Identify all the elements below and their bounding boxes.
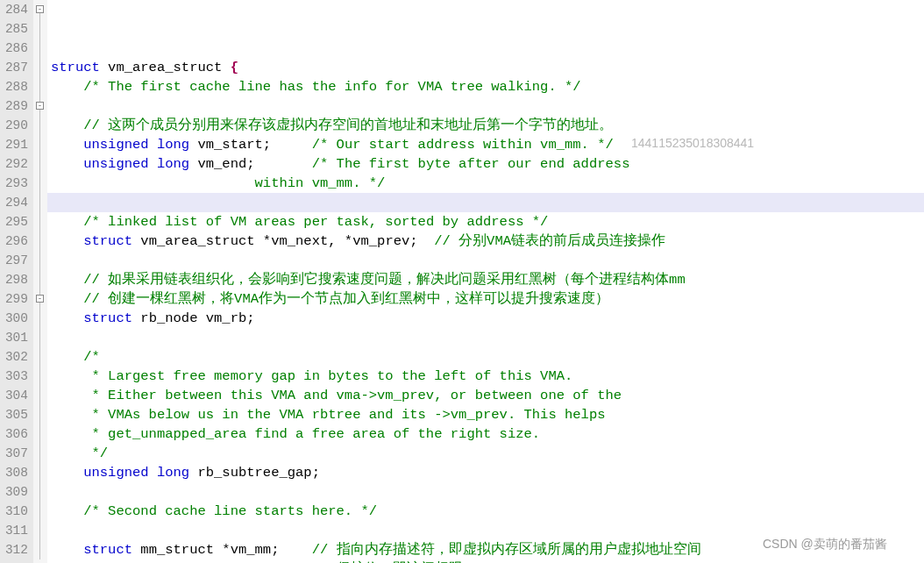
code-line[interactable]: // 创建一棵红黑树，将VMA作为一个节点加入到红黑树中，这样可以提升搜索速度）: [51, 289, 924, 309]
line-number-gutter: 2842852862872882892902912922932942952962…: [0, 0, 33, 563]
line-number: 289: [0, 96, 28, 116]
line-number: 312: [0, 540, 28, 559]
code-line[interactable]: // 这两个成员分别用来保存该虚拟内存空间的首地址和末地址后第一个字节的地址。: [51, 116, 924, 135]
code-line[interactable]: [51, 251, 924, 270]
fold-margin[interactable]: ---: [33, 0, 47, 563]
line-number: 284: [0, 0, 28, 19]
line-number: 297: [0, 251, 28, 270]
line-number: 309: [0, 482, 28, 502]
watermark-id: 144115235018308441: [631, 136, 754, 150]
line-number: 299: [0, 289, 28, 309]
line-number: 310: [0, 502, 28, 521]
fold-toggle-icon[interactable]: -: [36, 295, 44, 303]
line-number: 292: [0, 154, 28, 174]
line-number: 302: [0, 347, 28, 367]
code-line[interactable]: * VMAs below us in the VMA rbtree and it…: [51, 405, 924, 424]
code-line[interactable]: * get_unmapped_area find a free area of …: [51, 424, 924, 444]
code-line[interactable]: // 如果采用链表组织化，会影响到它搜索速度问题，解决此问题采用红黑树（每个进程…: [51, 270, 924, 289]
line-number: 301: [0, 328, 28, 347]
code-line[interactable]: */: [51, 444, 924, 463]
code-area[interactable]: struct vm_area_struct { /* The first cac…: [47, 0, 924, 563]
line-number: 288: [0, 77, 28, 96]
line-number: 308: [0, 463, 28, 482]
line-number: 307: [0, 444, 28, 463]
line-number: 293: [0, 174, 28, 193]
line-number: 298: [0, 270, 28, 289]
line-number: 300: [0, 309, 28, 328]
fold-toggle-icon[interactable]: -: [36, 102, 44, 110]
code-line[interactable]: /* linked list of VM areas per task, sor…: [51, 212, 924, 232]
code-line[interactable]: [51, 328, 924, 347]
line-number: 290: [0, 116, 28, 135]
code-line[interactable]: unsigned long rb_subtree_gap;: [51, 463, 924, 482]
code-line[interactable]: [51, 482, 924, 502]
code-line[interactable]: * Either between this VMA and vma->vm_pr…: [51, 386, 924, 405]
line-number: 304: [0, 386, 28, 405]
line-number: 291: [0, 135, 28, 154]
line-number: 286: [0, 39, 28, 58]
line-number: 285: [0, 19, 28, 39]
line-number: 311: [0, 521, 28, 540]
code-line[interactable]: struct vm_area_struct {: [51, 58, 924, 77]
code-editor: 2842852862872882892902912922932942952962…: [0, 0, 924, 563]
code-line[interactable]: /* Second cache line starts here. */: [51, 502, 924, 521]
line-number: 287: [0, 58, 28, 77]
code-line[interactable]: [51, 96, 924, 116]
code-line[interactable]: [51, 193, 924, 212]
code-line[interactable]: unsigned long vm_end; /* The first byte …: [51, 154, 924, 174]
code-line[interactable]: * Largest free memory gap in bytes to th…: [51, 367, 924, 386]
code-line[interactable]: pgprot_t vm_page_prot; // 保护位，即访问权限: [51, 559, 924, 563]
line-number: 303: [0, 367, 28, 386]
fold-toggle-icon[interactable]: -: [36, 5, 44, 13]
line-number: 295: [0, 212, 28, 232]
code-line[interactable]: /*: [51, 347, 924, 367]
line-number: 294: [0, 193, 28, 212]
code-line[interactable]: unsigned long vm_start; /* Our start add…: [51, 135, 924, 154]
watermark-author: CSDN @卖萌的番茄酱: [763, 537, 887, 552]
line-number: 305: [0, 405, 28, 424]
code-line[interactable]: within vm_mm. */: [51, 174, 924, 193]
code-line[interactable]: struct vm_area_struct *vm_next, *vm_prev…: [51, 232, 924, 251]
code-line[interactable]: struct rb_node vm_rb;: [51, 309, 924, 328]
line-number: 296: [0, 232, 28, 251]
code-line[interactable]: /* The first cache line has the info for…: [51, 77, 924, 96]
line-number: 306: [0, 424, 28, 444]
